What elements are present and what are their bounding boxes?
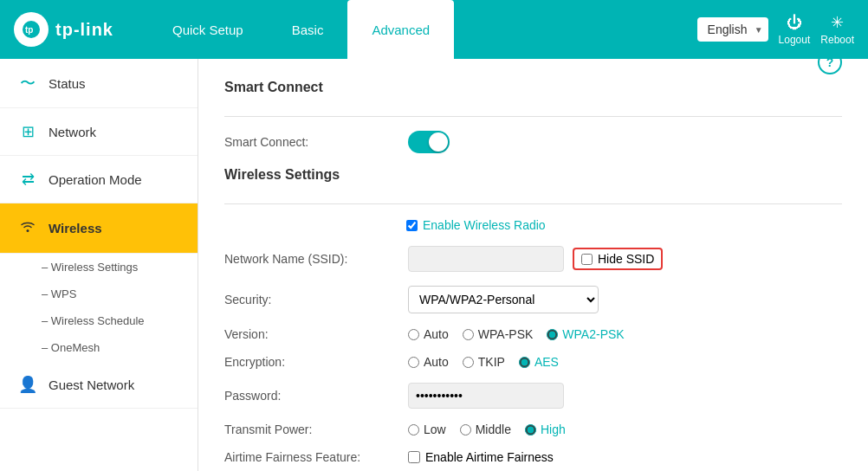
guest-network-icon: 👤 xyxy=(17,375,38,394)
sidebar-sub-wps[interactable]: – WPS xyxy=(0,281,198,307)
encryption-auto[interactable]: Auto xyxy=(408,355,449,369)
network-name-row: Network Name (SSID): Hide SSID xyxy=(224,246,842,272)
language-selector[interactable]: English xyxy=(697,17,768,42)
security-controls: WPA/WPA2-Personal xyxy=(408,286,599,313)
sidebar-item-guest-network[interactable]: 👤 Guest Network xyxy=(0,361,198,409)
section-divider-2 xyxy=(224,203,842,204)
header-right: English ⏻ Logout ✳ Reboot xyxy=(697,13,854,46)
version-auto[interactable]: Auto xyxy=(408,327,449,341)
enable-wireless-checkbox[interactable] xyxy=(406,220,418,231)
version-wpa2-psk[interactable]: WPA2-PSK xyxy=(547,327,624,341)
sidebar-item-status[interactable]: 〜 Status xyxy=(0,59,198,108)
smart-connect-section: Smart Connect Smart Connect: xyxy=(224,80,842,153)
version-row: Version: Auto WPA-PSK WPA2-PSK xyxy=(224,327,842,341)
logo: tp tp-link xyxy=(14,12,113,47)
sidebar-sub-wireless-schedule[interactable]: – Wireless Schedule xyxy=(0,307,198,334)
language-select[interactable]: English xyxy=(697,17,768,42)
network-name-label: Network Name (SSID): xyxy=(224,252,398,266)
transmit-power-row: Transmit Power: Low Middle High xyxy=(224,423,842,436)
wireless-settings-section: Wireless Settings Enable Wireless Radio … xyxy=(224,167,842,464)
transmit-high[interactable]: High xyxy=(525,423,566,436)
hide-ssid-label: Hide SSID xyxy=(598,252,654,266)
password-label: Password: xyxy=(224,389,398,403)
sidebar-item-network[interactable]: ⊞ Network xyxy=(0,108,198,156)
reboot-icon: ✳ xyxy=(831,13,844,32)
airtime-label: Airtime Fairness Feature: xyxy=(224,450,398,464)
sidebar: 〜 Status ⊞ Network ⇄ Operation Mode Wire… xyxy=(0,59,198,471)
smart-connect-title: Smart Connect xyxy=(224,80,842,102)
version-label: Version: xyxy=(224,327,398,341)
security-label: Security: xyxy=(224,293,398,306)
airtime-row: Airtime Fairness Feature: Enable Airtime… xyxy=(224,450,842,464)
encryption-row: Encryption: Auto TKIP AES xyxy=(224,355,842,369)
airtime-checkbox[interactable] xyxy=(408,451,420,463)
wireless-settings-title: Wireless Settings xyxy=(224,167,842,190)
sidebar-item-operation-mode[interactable]: ⇄ Operation Mode xyxy=(0,156,198,203)
encryption-tkip[interactable]: TKIP xyxy=(463,355,505,369)
transmit-low[interactable]: Low xyxy=(408,423,446,436)
help-icon[interactable]: ? xyxy=(818,59,842,74)
nav-quick-setup[interactable]: Quick Setup xyxy=(148,0,268,59)
section-divider-1 xyxy=(224,116,842,117)
hide-ssid-checkbox[interactable] xyxy=(581,254,593,265)
sidebar-sub-wireless-settings[interactable]: – Wireless Settings xyxy=(0,254,198,281)
version-radio-group: Auto WPA-PSK WPA2-PSK xyxy=(408,327,625,341)
network-icon: ⊞ xyxy=(17,122,38,141)
encryption-radio-group: Auto TKIP AES xyxy=(408,355,559,369)
nav-tabs: Quick Setup Basic Advanced xyxy=(148,0,697,59)
header: tp tp-link Quick Setup Basic Advanced En… xyxy=(0,0,868,59)
encryption-aes[interactable]: AES xyxy=(519,355,559,369)
sidebar-sub-onemesh[interactable]: – OneMesh xyxy=(0,334,198,361)
nav-advanced[interactable]: Advanced xyxy=(347,0,454,59)
smart-connect-toggle[interactable] xyxy=(408,131,450,153)
logout-button[interactable]: ⏻ Logout xyxy=(779,14,811,46)
transmit-middle[interactable]: Middle xyxy=(460,423,511,436)
svg-text:tp: tp xyxy=(25,25,33,35)
enable-wireless-row: Enable Wireless Radio xyxy=(406,218,842,232)
version-wpa-psk[interactable]: WPA-PSK xyxy=(463,327,534,341)
encryption-label: Encryption: xyxy=(224,355,398,369)
enable-wireless-label: Enable Wireless Radio xyxy=(423,218,546,232)
operation-mode-icon: ⇄ xyxy=(17,170,38,189)
nav-basic[interactable]: Basic xyxy=(268,0,348,59)
logo-text: tp-link xyxy=(55,20,113,40)
sidebar-item-wireless[interactable]: Wireless xyxy=(0,203,198,254)
main: 〜 Status ⊞ Network ⇄ Operation Mode Wire… xyxy=(0,59,868,471)
wireless-icon xyxy=(17,217,38,239)
logout-icon: ⏻ xyxy=(787,14,802,32)
smart-connect-label: Smart Connect: xyxy=(224,135,398,149)
transmit-power-label: Transmit Power: xyxy=(224,423,398,436)
security-dropdown[interactable]: WPA/WPA2-Personal xyxy=(408,286,599,313)
transmit-radio-group: Low Middle High xyxy=(408,423,566,436)
content-area: ? Smart Connect Smart Connect: Wireless … xyxy=(198,59,868,471)
smart-connect-row: Smart Connect: xyxy=(224,131,842,153)
password-input[interactable] xyxy=(408,383,564,409)
airtime-checkbox-label[interactable]: Enable Airtime Fairness xyxy=(408,450,554,464)
network-name-input[interactable] xyxy=(408,246,564,272)
status-icon: 〜 xyxy=(17,73,38,94)
security-row: Security: WPA/WPA2-Personal xyxy=(224,286,842,313)
reboot-button[interactable]: ✳ Reboot xyxy=(820,13,854,46)
logo-icon: tp xyxy=(14,12,49,47)
hide-ssid-box[interactable]: Hide SSID xyxy=(573,248,663,270)
password-row: Password: xyxy=(224,383,842,409)
network-name-controls: Hide SSID xyxy=(408,246,663,272)
